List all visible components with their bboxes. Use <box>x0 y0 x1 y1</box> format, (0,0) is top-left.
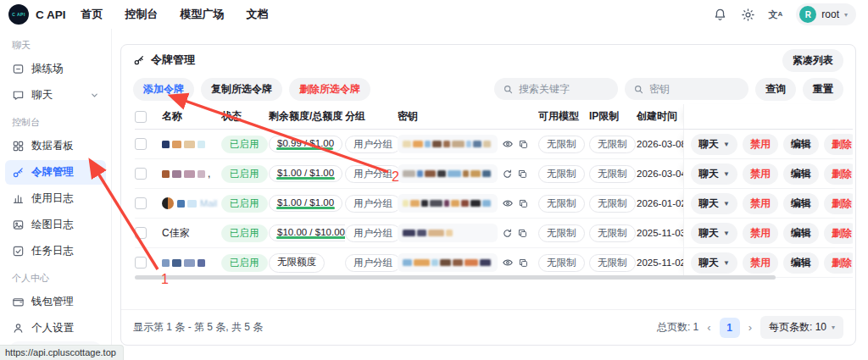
status-cell: 已启用 <box>221 136 269 153</box>
edit-button[interactable]: 编辑 <box>783 223 819 244</box>
group-cell: 用户分组 <box>345 136 398 153</box>
compact-list-button[interactable]: 紧凑列表 <box>782 49 843 72</box>
redacted-name-block <box>172 170 181 178</box>
scrollbar-thumb[interactable] <box>135 275 776 280</box>
app-logo[interactable]: C API <box>8 4 29 25</box>
delete-button[interactable]: 删除 <box>824 223 853 244</box>
nav-console[interactable]: 控制台 <box>125 7 159 22</box>
chat-action-button[interactable]: 聊天▼ <box>691 252 737 274</box>
header-status: 状态 <box>221 109 269 124</box>
user-name: root <box>821 8 839 20</box>
refresh-icon[interactable] <box>502 228 513 239</box>
disable-button[interactable]: 禁用 <box>743 223 778 244</box>
redacted-key-block <box>403 170 415 177</box>
refresh-icon[interactable] <box>502 169 513 180</box>
redacted-key <box>398 194 498 213</box>
disable-button[interactable]: 禁用 <box>743 193 778 214</box>
sidebar-item-label: 钱包管理 <box>31 295 74 309</box>
copy-icon[interactable] <box>518 198 529 209</box>
bell-icon[interactable] <box>713 8 727 22</box>
disable-button[interactable]: 禁用 <box>743 163 778 185</box>
chat-action-button[interactable]: 聊天▼ <box>691 163 737 185</box>
disable-button[interactable]: 禁用 <box>743 252 778 274</box>
delete-button[interactable]: 删除 <box>824 163 853 185</box>
nav-docs[interactable]: 文档 <box>247 7 269 22</box>
language-icon[interactable]: 文A <box>769 10 783 19</box>
redacted-name-block <box>162 259 170 267</box>
edit-button[interactable]: 编辑 <box>783 163 819 185</box>
total-pages-label: 总页数: 1 <box>657 320 698 335</box>
redacted-key-block <box>410 200 420 207</box>
chat-action-button[interactable]: 聊天▼ <box>691 134 737 155</box>
quota-badge: 无限额度 <box>269 253 325 273</box>
key-search-input[interactable] <box>649 83 741 95</box>
row-checkbox[interactable] <box>135 138 147 150</box>
quota-badge: $10.00 / $10.00 <box>269 224 345 241</box>
delete-selected-button[interactable]: 删除所选令牌 <box>289 78 370 101</box>
chat-action-button[interactable]: 聊天▼ <box>691 193 737 214</box>
disable-button[interactable]: 禁用 <box>743 134 778 155</box>
edit-button[interactable]: 编辑 <box>783 252 819 274</box>
created-time: 2025-11-03 12: <box>637 228 683 238</box>
key-icon <box>133 54 145 66</box>
eye-icon[interactable] <box>502 138 514 150</box>
edit-button[interactable]: 编辑 <box>783 193 819 214</box>
chat-action-button[interactable]: 聊天▼ <box>691 223 737 244</box>
group-badge: 用户分组 <box>345 224 398 242</box>
token-name-cell: C佳家 <box>162 226 221 241</box>
sidebar-item-dashboard[interactable]: 数据看板 <box>5 134 106 158</box>
sidebar-item-drawing-log[interactable]: 绘图日志 <box>5 213 106 237</box>
redacted-key-block <box>470 200 481 207</box>
sidebar-item-label: 数据看板 <box>31 139 74 153</box>
reset-button[interactable]: 重置 <box>803 78 843 101</box>
row-checkbox[interactable] <box>135 257 147 269</box>
row-checkbox[interactable] <box>135 168 147 180</box>
table-row: ,已启用$1.00 / $1.00用户分组无限制无限制2026-03-04 12… <box>135 159 853 189</box>
copy-icon[interactable] <box>517 228 528 239</box>
chat-icon <box>12 89 25 102</box>
copy-icon[interactable] <box>518 139 529 150</box>
token-name-suffix: , <box>208 168 210 180</box>
page-size-select[interactable]: 每页条数: 10 ▾ <box>760 316 843 339</box>
select-all-checkbox[interactable] <box>135 111 147 123</box>
delete-button[interactable]: 删除 <box>824 193 853 214</box>
eye-icon[interactable] <box>502 197 514 209</box>
chevron-down-icon: ▼ <box>723 259 730 267</box>
redacted-key-block <box>448 170 461 177</box>
sidebar-item-wallet[interactable]: 钱包管理 <box>5 290 106 314</box>
row-select-cell <box>135 138 162 150</box>
sidebar-item-user[interactable]: 个人设置 <box>5 316 106 341</box>
query-button[interactable]: 查询 <box>755 78 796 101</box>
redacted-key-block <box>432 141 442 147</box>
copy-icon[interactable] <box>518 258 529 269</box>
delete-button[interactable]: 删除 <box>824 134 853 155</box>
edit-button[interactable]: 编辑 <box>783 134 819 155</box>
page-number-button[interactable]: 1 <box>720 318 740 338</box>
nav-home[interactable]: 首页 <box>81 7 103 22</box>
sidebar-item-usage-log[interactable]: 使用日志 <box>5 186 106 211</box>
redacted-key-block <box>451 200 460 207</box>
sidebar-item-playground[interactable]: 操练场 <box>5 57 106 81</box>
token-name-cell: Mail <box>162 197 221 209</box>
redacted-key-block <box>453 259 463 266</box>
add-token-button[interactable]: 添加令牌 <box>133 78 194 101</box>
redacted-key <box>398 224 498 242</box>
row-checkbox[interactable] <box>135 197 147 209</box>
nav-model-plaza[interactable]: 模型广场 <box>181 7 225 22</box>
redacted-name-block <box>177 200 185 208</box>
row-checkbox[interactable] <box>135 227 147 239</box>
prev-page-icon[interactable]: ‹ <box>707 321 710 334</box>
next-page-icon[interactable]: › <box>748 321 752 334</box>
sidebar-item-key[interactable]: 令牌管理 <box>5 160 106 185</box>
copy-icon[interactable] <box>517 169 528 180</box>
sidebar-item-chat[interactable]: 聊天 <box>5 83 106 108</box>
redacted-name-block <box>172 259 181 267</box>
user-menu[interactable]: R root ▾ <box>796 3 856 25</box>
eye-icon[interactable] <box>502 257 514 269</box>
theme-toggle-icon[interactable] <box>741 8 755 22</box>
keyword-search-input[interactable] <box>519 83 610 95</box>
sidebar-item-task-log[interactable]: 任务日志 <box>5 239 106 263</box>
copy-selected-button[interactable]: 复制所选令牌 <box>201 78 282 101</box>
delete-button[interactable]: 删除 <box>824 252 853 274</box>
quota-progress-bar <box>276 177 335 180</box>
